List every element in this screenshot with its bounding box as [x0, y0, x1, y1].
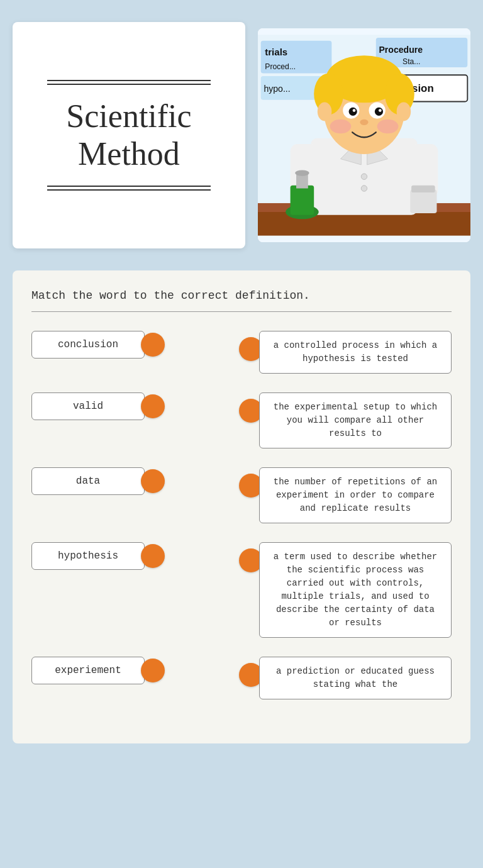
svg-point-16	[361, 174, 367, 179]
connector-dot-left-data	[141, 469, 165, 493]
svg-point-37	[379, 109, 382, 112]
title-decoration-top1	[47, 80, 211, 81]
svg-point-38	[330, 120, 352, 134]
word-box-conclusion[interactable]: conclusion	[31, 331, 145, 359]
main-title: Scientific Method	[66, 97, 191, 173]
svg-point-17	[361, 186, 367, 191]
svg-text:Proced...: Proced...	[265, 62, 296, 71]
left-col-valid: valid	[31, 392, 233, 420]
svg-text:hypo...: hypo...	[264, 84, 290, 94]
connector-dot-left-valid	[141, 394, 165, 418]
definition-box-4[interactable]: a term used to describe whether the scie…	[259, 542, 452, 638]
definition-box-5[interactable]: a prediction or educated guess stating w…	[259, 657, 452, 699]
svg-point-36	[353, 109, 356, 112]
scientist-svg: trials Proced... Procedure Sta... hypo..…	[258, 28, 470, 242]
right-col-def1: a controlled process in which a hypothes…	[239, 331, 452, 374]
connector-dot-left-hypothesis	[141, 544, 165, 568]
svg-text:Sta...: Sta...	[402, 57, 420, 66]
connector-dot-left-experiment	[141, 659, 165, 682]
title-card: Scientific Method	[13, 22, 245, 248]
svg-point-35	[375, 108, 383, 116]
left-col-hypothesis: hypothesis	[31, 542, 233, 570]
scientist-illustration: trials Proced... Procedure Sta... hypo..…	[258, 28, 470, 242]
svg-point-40	[360, 120, 368, 125]
word-box-experiment[interactable]: experiement	[31, 657, 145, 684]
activity-section: Match the word to the correct definition…	[13, 270, 470, 743]
title-decoration-bottom1	[47, 186, 211, 187]
right-col-def5: a prediction or educated guess stating w…	[239, 657, 452, 699]
svg-point-34	[349, 108, 357, 116]
left-col-data: data	[31, 467, 233, 495]
svg-text:Procedure: Procedure	[379, 45, 423, 55]
word-box-valid[interactable]: valid	[31, 392, 145, 420]
match-row-data: data the number of repetitions of an exp…	[31, 467, 452, 523]
title-decoration-bottom2	[47, 189, 211, 191]
svg-rect-20	[291, 186, 314, 215]
word-box-hypothesis[interactable]: hypothesis	[31, 542, 145, 570]
match-row-valid: valid the experimental setup to which yo…	[31, 392, 452, 448]
svg-point-31	[397, 102, 411, 121]
svg-point-30	[318, 102, 332, 121]
svg-rect-24	[410, 189, 436, 213]
right-col-def2: the experimental setup to which you will…	[239, 392, 452, 448]
left-col-experiment: experiement	[31, 657, 233, 684]
right-col-def3: the number of repetitions of an experime…	[239, 467, 452, 523]
match-row-experiment: experiement a prediction or educated gue…	[31, 657, 452, 699]
svg-point-39	[377, 120, 399, 134]
left-col-conclusion: conclusion	[31, 331, 233, 359]
activity-instruction: Match the word to the correct definition…	[31, 289, 452, 312]
match-row-hypothesis: hypothesis a term used to describe wheth…	[31, 542, 452, 638]
header-section: Scientific Method trials Proced... Proce…	[0, 0, 483, 264]
definition-box-3[interactable]: the number of repetitions of an experime…	[259, 467, 452, 523]
svg-point-22	[295, 170, 309, 175]
definition-box-1[interactable]: a controlled process in which a hypothes…	[259, 331, 452, 374]
match-row-conclusion: conclusion a controlled process in which…	[31, 331, 452, 374]
connector-dot-left-conclusion	[141, 333, 165, 357]
title-decoration-top2	[47, 84, 211, 85]
svg-rect-25	[411, 186, 435, 192]
definition-box-2[interactable]: the experimental setup to which you will…	[259, 392, 452, 448]
svg-text:trials: trials	[265, 47, 287, 57]
right-col-def4: a term used to describe whether the scie…	[239, 542, 452, 638]
scientist-image-card: trials Proced... Procedure Sta... hypo..…	[258, 28, 470, 242]
word-box-data[interactable]: data	[31, 467, 145, 495]
